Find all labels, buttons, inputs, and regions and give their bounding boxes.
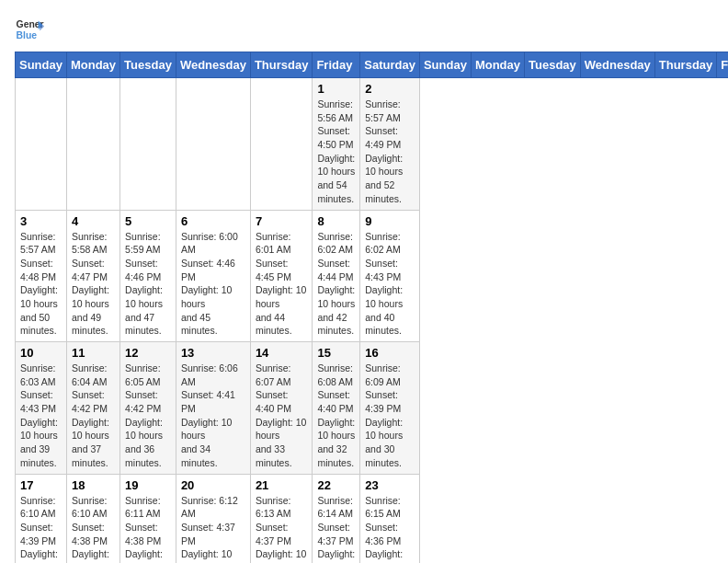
day-cell: 11Sunrise: 6:04 AMSunset: 4:42 PMDayligh… xyxy=(66,342,119,475)
day-info: Sunrise: 6:03 AMSunset: 4:43 PMDaylight:… xyxy=(20,362,62,470)
logo: General Blue xyxy=(15,15,44,44)
day-number: 4 xyxy=(72,214,115,228)
day-cell: 10Sunrise: 6:03 AMSunset: 4:43 PMDayligh… xyxy=(16,342,67,475)
header-monday: Monday xyxy=(471,52,524,78)
header-thursday: Thursday xyxy=(654,52,717,78)
header-friday: Friday xyxy=(313,52,360,78)
day-cell: 6Sunrise: 6:00 AMSunset: 4:46 PMDaylight… xyxy=(176,210,250,342)
day-info: Sunrise: 6:09 AMSunset: 4:39 PMDaylight:… xyxy=(365,362,415,470)
day-info: Sunrise: 6:10 AMSunset: 4:39 PMDaylight:… xyxy=(20,494,62,564)
day-cell: 19Sunrise: 6:11 AMSunset: 4:38 PMDayligh… xyxy=(120,474,176,563)
day-info: Sunrise: 6:15 AMSunset: 4:36 PMDaylight:… xyxy=(365,494,415,564)
header-sunday: Sunday xyxy=(419,52,471,78)
day-info: Sunrise: 6:13 AMSunset: 4:37 PMDaylight:… xyxy=(256,494,308,564)
day-info: Sunrise: 6:07 AMSunset: 4:40 PMDaylight:… xyxy=(256,362,308,470)
week-row-3: 10Sunrise: 6:03 AMSunset: 4:43 PMDayligh… xyxy=(16,342,729,475)
header-friday: Friday xyxy=(717,52,728,78)
day-info: Sunrise: 6:02 AMSunset: 4:44 PMDaylight:… xyxy=(317,230,355,339)
header-wednesday: Wednesday xyxy=(176,52,250,78)
day-number: 12 xyxy=(125,346,171,360)
day-info: Sunrise: 6:14 AMSunset: 4:37 PMDaylight:… xyxy=(317,494,355,564)
day-cell: 21Sunrise: 6:13 AMSunset: 4:37 PMDayligh… xyxy=(250,474,313,563)
day-number: 14 xyxy=(256,346,308,360)
day-cell: 20Sunrise: 6:12 AMSunset: 4:37 PMDayligh… xyxy=(176,474,250,563)
day-cell: 23Sunrise: 6:15 AMSunset: 4:36 PMDayligh… xyxy=(360,474,420,563)
day-number: 21 xyxy=(256,478,308,492)
header-saturday: Saturday xyxy=(360,52,420,78)
day-info: Sunrise: 6:06 AMSunset: 4:41 PMDaylight:… xyxy=(181,362,245,470)
day-info: Sunrise: 5:58 AMSunset: 4:47 PMDaylight:… xyxy=(72,230,115,339)
day-number: 16 xyxy=(365,346,415,360)
header-tuesday: Tuesday xyxy=(120,52,176,78)
day-cell: 16Sunrise: 6:09 AMSunset: 4:39 PMDayligh… xyxy=(360,342,420,475)
day-number: 5 xyxy=(125,214,171,228)
day-number: 3 xyxy=(20,214,62,228)
day-number: 2 xyxy=(365,82,415,96)
logo-icon: General Blue xyxy=(15,15,44,44)
day-cell: 7Sunrise: 6:01 AMSunset: 4:45 PMDaylight… xyxy=(250,210,313,342)
day-info: Sunrise: 5:57 AMSunset: 4:49 PMDaylight:… xyxy=(365,98,415,206)
day-number: 17 xyxy=(20,478,62,492)
week-row-4: 17Sunrise: 6:10 AMSunset: 4:39 PMDayligh… xyxy=(16,474,729,563)
day-cell: 12Sunrise: 6:05 AMSunset: 4:42 PMDayligh… xyxy=(120,342,176,475)
day-info: Sunrise: 5:57 AMSunset: 4:48 PMDaylight:… xyxy=(20,230,62,339)
day-number: 23 xyxy=(365,478,415,492)
week-row-1: 1Sunrise: 5:56 AMSunset: 4:50 PMDaylight… xyxy=(16,78,729,211)
header-monday: Monday xyxy=(66,52,119,78)
day-number: 20 xyxy=(181,478,245,492)
header-thursday: Thursday xyxy=(250,52,313,78)
day-cell: 13Sunrise: 6:06 AMSunset: 4:41 PMDayligh… xyxy=(176,342,250,475)
day-info: Sunrise: 6:05 AMSunset: 4:42 PMDaylight:… xyxy=(125,362,171,470)
day-info: Sunrise: 5:56 AMSunset: 4:50 PMDaylight:… xyxy=(317,98,355,206)
day-cell xyxy=(16,78,67,211)
day-cell: 8Sunrise: 6:02 AMSunset: 4:44 PMDaylight… xyxy=(313,210,360,342)
day-info: Sunrise: 6:02 AMSunset: 4:43 PMDaylight:… xyxy=(365,230,415,339)
day-cell: 5Sunrise: 5:59 AMSunset: 4:46 PMDaylight… xyxy=(120,210,176,342)
day-number: 10 xyxy=(20,346,62,360)
day-cell: 14Sunrise: 6:07 AMSunset: 4:40 PMDayligh… xyxy=(250,342,313,475)
day-cell: 2Sunrise: 5:57 AMSunset: 4:49 PMDaylight… xyxy=(360,78,420,211)
day-number: 7 xyxy=(256,214,308,228)
day-info: Sunrise: 6:10 AMSunset: 4:38 PMDaylight:… xyxy=(72,494,115,564)
week-row-2: 3Sunrise: 5:57 AMSunset: 4:48 PMDaylight… xyxy=(16,210,729,342)
day-cell: 4Sunrise: 5:58 AMSunset: 4:47 PMDaylight… xyxy=(66,210,119,342)
day-cell xyxy=(176,78,250,211)
header-sunday: Sunday xyxy=(16,52,67,78)
day-cell xyxy=(120,78,176,211)
day-cell xyxy=(250,78,313,211)
day-number: 9 xyxy=(365,214,415,228)
day-cell: 18Sunrise: 6:10 AMSunset: 4:38 PMDayligh… xyxy=(66,474,119,563)
day-info: Sunrise: 5:59 AMSunset: 4:46 PMDaylight:… xyxy=(125,230,171,339)
header-tuesday: Tuesday xyxy=(525,52,581,78)
day-cell xyxy=(66,78,119,211)
day-number: 19 xyxy=(125,478,171,492)
calendar-table: SundayMondayTuesdayWednesdayThursdayFrid… xyxy=(15,52,728,563)
day-info: Sunrise: 6:08 AMSunset: 4:40 PMDaylight:… xyxy=(317,362,355,470)
day-cell: 9Sunrise: 6:02 AMSunset: 4:43 PMDaylight… xyxy=(360,210,420,342)
day-info: Sunrise: 6:11 AMSunset: 4:38 PMDaylight:… xyxy=(125,494,171,564)
day-number: 6 xyxy=(181,214,245,228)
day-info: Sunrise: 6:00 AMSunset: 4:46 PMDaylight:… xyxy=(181,230,245,339)
day-number: 8 xyxy=(317,214,355,228)
day-number: 22 xyxy=(317,478,355,492)
day-number: 15 xyxy=(317,346,355,360)
day-info: Sunrise: 6:01 AMSunset: 4:45 PMDaylight:… xyxy=(256,230,308,339)
day-number: 1 xyxy=(317,82,355,96)
day-cell: 15Sunrise: 6:08 AMSunset: 4:40 PMDayligh… xyxy=(313,342,360,475)
day-cell: 1Sunrise: 5:56 AMSunset: 4:50 PMDaylight… xyxy=(313,78,360,211)
svg-text:Blue: Blue xyxy=(17,30,38,40)
day-info: Sunrise: 6:12 AMSunset: 4:37 PMDaylight:… xyxy=(181,494,245,564)
calendar-header-row: SundayMondayTuesdayWednesdayThursdayFrid… xyxy=(16,52,729,78)
day-cell: 22Sunrise: 6:14 AMSunset: 4:37 PMDayligh… xyxy=(313,474,360,563)
day-number: 18 xyxy=(72,478,115,492)
page-header: General Blue xyxy=(15,15,713,44)
day-number: 13 xyxy=(181,346,245,360)
day-cell: 3Sunrise: 5:57 AMSunset: 4:48 PMDaylight… xyxy=(16,210,67,342)
day-cell: 17Sunrise: 6:10 AMSunset: 4:39 PMDayligh… xyxy=(16,474,67,563)
day-number: 11 xyxy=(72,346,115,360)
day-info: Sunrise: 6:04 AMSunset: 4:42 PMDaylight:… xyxy=(72,362,115,470)
header-wednesday: Wednesday xyxy=(580,52,654,78)
